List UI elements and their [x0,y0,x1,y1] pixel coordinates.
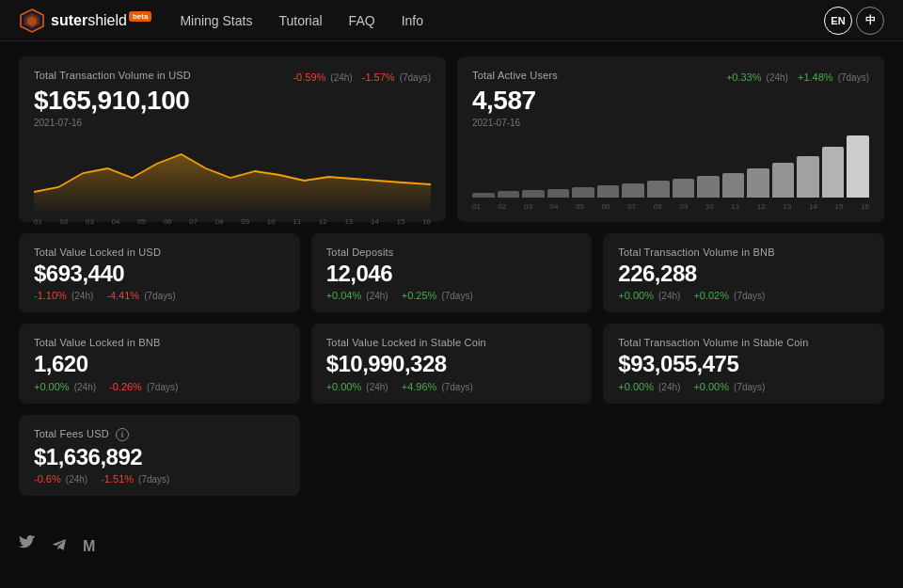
total-fees-changes: -0.6% (24h) -1.51% (7days) [34,473,285,485]
bar-item [673,179,695,197]
value-locked-usd-change-7d: -4.41% (7days) [106,290,175,301]
transaction-volume-bnb-value: 226,288 [618,262,869,286]
value-locked-usd-value: $693,440 [34,262,285,286]
bar-item [597,185,620,198]
main-content: Total Transaction Volume in USD -0.59% (… [0,41,903,526]
card-value-locked-bnb: Total Value Locked in BNB 1,620 +0.00% (… [19,324,300,403]
line-chart-labels: 01020304050607080910111213141516 [34,217,431,226]
cards-row-2: Total Value Locked in USD $693,440 -1.10… [19,233,884,312]
value-locked-bnb-changes: +0.00% (24h) -0.26% (7days) [34,381,285,392]
empty-cell-2 [603,415,884,496]
value-locked-stable-label: Total Value Locked in Stable Coin [326,337,578,348]
value-locked-bnb-change-7d: -0.26% (7days) [109,381,178,392]
total-fees-value: $1,636,892 [34,445,285,469]
logo-icon [19,8,45,34]
value-locked-stable-change-7d: +4.96% (7days) [402,381,473,392]
active-users-chart: 01020304050607080910111213141516 [472,135,869,211]
bar-item [498,191,520,198]
card-active-users: Total Active Users +0.33% (24h) +1.48% (… [457,56,884,222]
bar-item [722,173,745,198]
transaction-volume-stable-changes: +0.00% (24h) +0.00% (7days) [618,381,869,392]
total-deposits-change-24h: +0.04% (24h) [326,290,388,301]
total-fees-label: Total Fees USD i [34,428,285,441]
total-fees-change-24h: -0.6% (24h) [34,473,87,485]
lang-en-button[interactable]: EN [824,7,852,35]
transaction-volume-bnb-changes: +0.00% (24h) +0.02% (7days) [618,290,869,301]
transaction-volume-bnb-label: Total Transaction Volume in BNB [618,246,869,258]
header: sutershieldbeta Mining Stats Tutorial FA… [0,0,903,41]
transaction-volume-usd-change-7d: -1.57% (7days) [362,72,431,83]
value-locked-stable-change-24h: +0.00% (24h) [326,381,388,392]
value-locked-usd-changes: -1.10% (24h) -4.41% (7days) [34,290,285,301]
transaction-volume-usd-value: $165,910,100 [34,87,431,116]
bar-item [572,187,594,198]
twitter-link[interactable] [19,535,36,557]
transaction-volume-usd-label: Total Transaction Volume in USD [34,70,191,81]
transaction-volume-usd-change-24h: -0.59% (24h) [293,72,352,83]
logo-beta-badge: beta [129,11,151,22]
bar-chart [472,135,869,199]
value-locked-usd-label: Total Value Locked in USD [34,246,285,258]
card-transaction-volume-bnb: Total Transaction Volume in BNB 226,288 … [603,233,884,312]
card-value-locked-stable: Total Value Locked in Stable Coin $10,99… [311,324,593,403]
bar-item [797,156,819,198]
value-locked-bnb-value: 1,620 [34,352,285,376]
nav-info[interactable]: Info [402,13,423,28]
bar-item [747,168,769,198]
transaction-volume-usd-chart: 01020304050607080910111213141516 [34,135,431,211]
active-users-change-7d: +1.48% (7days) [798,72,869,83]
total-deposits-change-7d: +0.25% (7days) [402,290,473,301]
logo-brand-text: suter [51,12,87,28]
medium-link[interactable]: M [83,538,95,555]
active-users-value: 4,587 [472,87,869,116]
nav-mining-stats[interactable]: Mining Stats [180,13,252,28]
transaction-volume-usd-date: 2021-07-16 [34,118,431,128]
empty-cell-1 [311,415,593,496]
value-locked-stable-changes: +0.00% (24h) +4.96% (7days) [326,381,578,392]
bar-item [697,176,720,197]
cards-row-4: Total Fees USD i $1,636,892 -0.6% (24h) … [19,415,884,496]
bar-item [822,147,845,197]
total-deposits-value: 12,046 [326,262,578,286]
total-fees-info-icon[interactable]: i [116,428,129,441]
bar-item [472,193,495,198]
transaction-volume-stable-label: Total Transaction Volume in Stable Coin [618,337,869,348]
bar-item [847,135,869,198]
bar-item [547,189,570,198]
transaction-volume-stable-change-24h: +0.00% (24h) [618,381,680,392]
total-deposits-label: Total Deposits [326,246,578,258]
main-nav: Mining Stats Tutorial FAQ Info [180,13,824,28]
active-users-label: Total Active Users [472,70,558,81]
active-users-change-24h: +0.33% (24h) [726,72,788,83]
transaction-volume-stable-change-7d: +0.00% (7days) [693,381,765,392]
bar-item [647,181,670,197]
telegram-link[interactable] [51,536,68,557]
total-fees-change-7d: -1.51% (7days) [101,473,169,485]
bar-item [522,190,545,198]
card-transaction-volume-usd: Total Transaction Volume in USD -0.59% (… [19,56,446,222]
cards-row-1: Total Transaction Volume in USD -0.59% (… [19,56,884,222]
value-locked-usd-change-24h: -1.10% (24h) [34,290,93,301]
bar-item [622,183,644,198]
card-value-locked-usd: Total Value Locked in USD $693,440 -1.10… [19,233,300,312]
card-transaction-volume-stable: Total Transaction Volume in Stable Coin … [603,324,884,403]
nav-faq[interactable]: FAQ [349,13,375,28]
active-users-date: 2021-07-16 [472,118,869,128]
bar-item [772,163,795,198]
bar-chart-labels: 01020304050607080910111213141516 [472,202,869,211]
total-deposits-changes: +0.04% (24h) +0.25% (7days) [326,290,578,301]
lang-zh-button[interactable]: 中 [856,7,884,35]
logo: sutershieldbeta [19,8,151,34]
nav-tutorial[interactable]: Tutorial [278,13,322,28]
cards-row-3: Total Value Locked in BNB 1,620 +0.00% (… [19,324,884,403]
value-locked-bnb-label: Total Value Locked in BNB [34,337,285,348]
value-locked-stable-value: $10,990,328 [326,352,578,376]
transaction-volume-bnb-change-24h: +0.00% (24h) [618,290,680,301]
logo-product-text: shield [87,12,127,28]
footer: M [0,526,903,566]
card-total-fees: Total Fees USD i $1,636,892 -0.6% (24h) … [19,415,300,496]
card-total-deposits: Total Deposits 12,046 +0.04% (24h) +0.25… [311,233,593,312]
value-locked-bnb-change-24h: +0.00% (24h) [34,381,96,392]
transaction-volume-stable-value: $93,055,475 [618,352,869,376]
lang-switcher: EN 中 [824,7,884,35]
